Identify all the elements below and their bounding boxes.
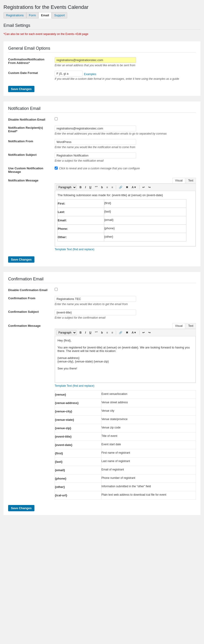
notification-from-desc: Enter the name you would like the notifi…: [55, 146, 196, 149]
msg-label-other: Other:: [58, 233, 104, 242]
conf-address: {venue-address}: [57, 356, 193, 360]
confirmation-editor-scroll: Hey {first}, You are registered for {eve…: [55, 336, 196, 383]
nav-tabs: Registrations Form Email Support: [3, 12, 201, 18]
from-address-input[interactable]: [55, 57, 136, 63]
notification-template-link[interactable]: Template Text (find and replace): [55, 248, 95, 251]
template-row: {last}Last name of registrant: [55, 458, 196, 466]
from-address-desc: Enter an email address that you would li…: [55, 64, 196, 67]
date-format-input[interactable]: [55, 71, 83, 76]
template-row: {venue-zip}Venue zip code: [55, 424, 196, 432]
tab-form[interactable]: Form: [26, 12, 38, 18]
notification-message-table: First: {first} Last: {last} Email: {emai…: [57, 199, 186, 242]
conf-undo-button[interactable]: ↩: [141, 330, 146, 335]
recipients-desc: Enter the email addresses you would like…: [55, 132, 196, 135]
notification-save-button[interactable]: Save Changes: [8, 256, 34, 263]
template-token: {venue-zip}: [55, 424, 102, 432]
template-token: {other}: [55, 483, 102, 491]
undo-button[interactable]: ↩: [141, 185, 146, 190]
confirmation-subject-input[interactable]: [55, 310, 136, 315]
disable-confirmation-checkbox[interactable]: [55, 288, 58, 291]
use-custom-desc: Click to reveal and use a custom message…: [59, 167, 140, 170]
conf-city-state: {venue-city}, {venue-state} {venue-zip}: [57, 360, 193, 363]
notification-email-table: Disable Notification Email Notification …: [8, 116, 196, 253]
conf-redo-button[interactable]: ↪: [147, 330, 152, 335]
template-token: {email}: [55, 466, 102, 474]
notification-vt-tabs: Visual Text: [55, 178, 196, 184]
conf-bold-button[interactable]: B: [78, 330, 83, 335]
disable-notification-checkbox[interactable]: [55, 117, 58, 120]
notification-visual-tab[interactable]: Visual: [173, 178, 185, 183]
disable-confirmation-wrap: [55, 288, 196, 291]
template-row: {email}Email of registrant: [55, 466, 196, 474]
bold-button[interactable]: B: [78, 185, 83, 190]
notification-subject-input[interactable]: [55, 152, 136, 158]
confirmation-paragraph-select[interactable]: Paragraph: [56, 330, 77, 335]
confirmation-save-button[interactable]: Save Changes: [8, 505, 34, 511]
msg-label-phone: Phone:: [58, 224, 104, 233]
confirmation-message-label: Confirmation Message: [8, 324, 40, 328]
examples-link[interactable]: Examples: [84, 72, 96, 76]
notification-intro: The following submission was made for: {…: [57, 193, 193, 197]
confirmation-text-tab[interactable]: Text: [186, 323, 196, 329]
disable-confirmation-label: Disable Confirmation Email: [8, 288, 47, 292]
confirmation-visual-tab[interactable]: Visual: [173, 323, 185, 329]
email-settings-title: Email Settings: [3, 22, 201, 30]
template-token: {venue}: [55, 390, 102, 399]
template-description: Venue street address: [102, 399, 196, 407]
conf-color-button[interactable]: A▼: [130, 330, 138, 335]
underline-button[interactable]: U: [88, 185, 93, 190]
use-custom-label: Use Custom Notification Message: [8, 166, 43, 174]
notification-subject-row: Notification Subject Enter a subject for…: [8, 151, 196, 164]
conf-bold2-button[interactable]: b: [100, 330, 104, 335]
ul-button[interactable]: ≡: [105, 185, 109, 190]
bold2-button[interactable]: b: [100, 185, 104, 190]
conf-unlink-button[interactable]: ✖: [124, 330, 130, 335]
msg-value-email: {email}: [104, 216, 186, 224]
notification-from-input[interactable]: [55, 139, 136, 145]
template-token: {venue-address}: [55, 399, 102, 407]
use-custom-row: Use Custom Notification Message Click to…: [8, 164, 196, 176]
conf-ol-button[interactable]: ≡: [110, 330, 114, 335]
ol-button[interactable]: ≡: [110, 185, 114, 190]
template-variables-table: {venue}Event venue/location{venue-addres…: [55, 390, 196, 500]
template-description: First name of registrant: [102, 449, 196, 458]
redo-button[interactable]: ↪: [147, 185, 152, 190]
notification-from-row: Notification From Enter the name you wou…: [8, 137, 196, 151]
template-row: {event-title}Title of event: [55, 432, 196, 441]
notification-editor[interactable]: The following submission was made for: {…: [55, 191, 196, 246]
conf-ul-button[interactable]: ≡: [105, 330, 109, 335]
general-save-button[interactable]: Save Changes: [8, 86, 34, 92]
confirmation-editor[interactable]: Hey {first}, You are registered for {eve…: [55, 336, 196, 383]
tab-registrations[interactable]: Registrations: [3, 12, 26, 18]
conf-line1: Hey {first},: [57, 339, 193, 342]
conf-link-button[interactable]: 🔗: [117, 330, 124, 335]
date-format-desc: If you would like a custom date format i…: [55, 77, 196, 80]
italic-button[interactable]: I: [84, 185, 87, 190]
template-row: {venue-address}Venue street address: [55, 399, 196, 407]
conf-underline-button[interactable]: U: [88, 330, 93, 335]
notification-email-section: Notification Email Disable Notification …: [3, 102, 201, 266]
tab-email[interactable]: Email: [38, 12, 52, 18]
msg-row-other: Other: {other}: [58, 233, 186, 242]
confirmation-template-link[interactable]: Template Text (find and replace): [55, 384, 95, 388]
tab-support[interactable]: Support: [52, 12, 67, 18]
template-description: Phone number of registrant: [102, 474, 196, 483]
template-description: Venue state/province: [102, 416, 196, 424]
paragraph-select[interactable]: Paragraph: [56, 185, 77, 190]
conf-italic-button[interactable]: I: [84, 330, 87, 335]
msg-value-first: {first}: [104, 200, 186, 208]
template-token: {event-title}: [55, 432, 102, 441]
recipients-input[interactable]: [55, 126, 136, 131]
confirmation-from-input[interactable]: [55, 296, 136, 302]
unlink-button[interactable]: ✖: [124, 185, 130, 190]
confirmation-email-section: Confirmation Email Disable Confirmation …: [3, 272, 201, 515]
color-button[interactable]: A▼: [130, 185, 138, 190]
notification-subject-label: Notification Subject: [8, 153, 36, 156]
use-custom-checkbox[interactable]: [55, 166, 58, 170]
template-token: {venue-state}: [55, 416, 102, 424]
conf-blockquote-button[interactable]: “”: [94, 330, 99, 335]
link-button[interactable]: 🔗: [117, 185, 124, 190]
blockquote-button[interactable]: “”: [94, 185, 99, 190]
page-title: Registrations for the Events Calendar: [3, 2, 201, 10]
notification-text-tab[interactable]: Text: [186, 178, 196, 183]
